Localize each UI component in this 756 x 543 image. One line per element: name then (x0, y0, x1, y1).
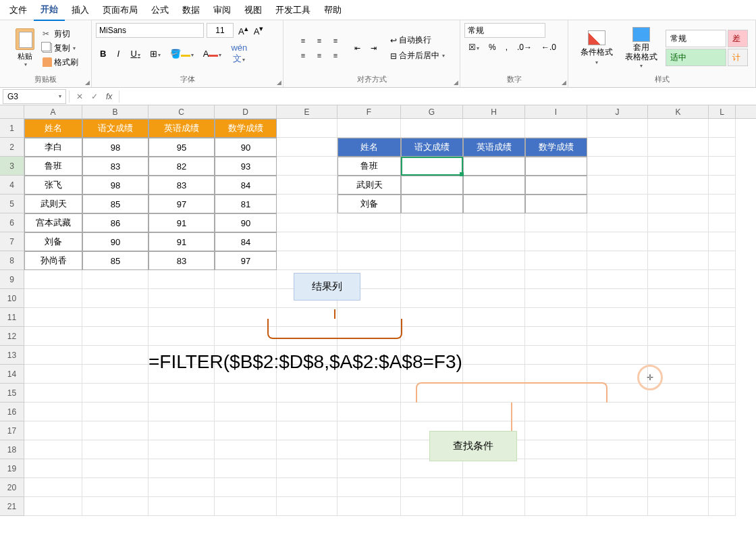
cell-L14[interactable] (709, 365, 736, 384)
cell-L7[interactable] (709, 232, 736, 251)
cell-B7[interactable]: 90 (82, 232, 148, 251)
cell-C21[interactable] (148, 497, 215, 516)
decrease-decimal-button[interactable]: ←.0 (537, 41, 560, 54)
cell-A14[interactable] (24, 365, 82, 384)
cell-F21[interactable] (338, 497, 401, 516)
cell-A19[interactable] (24, 459, 82, 478)
cell-F19[interactable] (338, 459, 401, 478)
cell-J7[interactable] (587, 232, 648, 251)
cell-K9[interactable] (648, 270, 709, 289)
phonetic-button[interactable]: wén文▾ (227, 41, 251, 67)
align-middle-button[interactable]: ≡ (312, 34, 327, 47)
cell-K19[interactable] (648, 459, 709, 478)
confirm-formula-button[interactable]: ✓ (88, 90, 101, 103)
cell-J16[interactable] (587, 403, 648, 421)
cell-D5[interactable]: 81 (215, 195, 277, 213)
cell-C16[interactable] (148, 403, 215, 421)
cell-H12[interactable] (463, 327, 525, 346)
cell-E6[interactable] (277, 213, 338, 232)
cell-A10[interactable] (24, 289, 82, 308)
cell-L12[interactable] (709, 327, 736, 346)
cell-B16[interactable] (82, 403, 148, 421)
col-header-E[interactable]: E (277, 105, 338, 118)
cell-C6[interactable]: 91 (148, 213, 215, 232)
cell-B18[interactable] (82, 440, 148, 459)
cell-A2[interactable]: 李白 (24, 138, 82, 157)
menu-data[interactable]: 数据 (176, 0, 207, 20)
col-header-H[interactable]: H (463, 105, 525, 118)
col-header-B[interactable]: B (82, 105, 148, 118)
cell-A6[interactable]: 宫本武藏 (24, 213, 82, 232)
cell-L9[interactable] (709, 270, 736, 289)
cell-L13[interactable] (709, 346, 736, 365)
cell-J13[interactable] (587, 346, 648, 365)
menu-page-layout[interactable]: 页面布局 (96, 0, 144, 20)
cell-J6[interactable] (587, 213, 648, 232)
cell-F4[interactable]: 武则天 (338, 176, 401, 195)
border-button[interactable]: ⊞▾ (146, 47, 165, 61)
cell-E21[interactable] (277, 497, 338, 516)
cell-B19[interactable] (82, 459, 148, 478)
cell-I6[interactable] (525, 213, 587, 232)
cell-H13[interactable] (463, 346, 525, 365)
increase-indent-button[interactable]: ⇥ (366, 41, 381, 55)
cell-G19[interactable] (401, 459, 463, 478)
spreadsheet-grid[interactable]: ABCDEFGHIJKL 123456789101112131415161718… (0, 105, 756, 543)
cell-L8[interactable] (709, 251, 736, 270)
cell-J12[interactable] (587, 327, 648, 346)
cell-K10[interactable] (648, 289, 709, 308)
cell-D4[interactable]: 84 (215, 176, 277, 195)
cell-K13[interactable] (648, 346, 709, 365)
col-header-L[interactable]: L (709, 105, 736, 118)
cell-style-normal[interactable]: 常规 (666, 30, 726, 47)
cell-H3[interactable] (463, 157, 525, 176)
row-header-15[interactable]: 15 (0, 384, 24, 403)
cell-J8[interactable] (587, 251, 648, 270)
cell-A9[interactable] (24, 270, 82, 289)
cell-H14[interactable] (463, 365, 525, 384)
row-header-3[interactable]: 3 (0, 157, 24, 176)
cell-C11[interactable] (148, 308, 215, 327)
cell-H10[interactable] (463, 289, 525, 308)
cell-L21[interactable] (709, 497, 736, 516)
cell-H4[interactable] (463, 176, 525, 195)
cell-A11[interactable] (24, 308, 82, 327)
menu-view[interactable]: 视图 (238, 0, 269, 20)
col-header-G[interactable]: G (401, 105, 463, 118)
percent-button[interactable]: % (485, 41, 500, 54)
menu-review[interactable]: 审阅 (207, 0, 238, 20)
cell-J3[interactable] (587, 157, 648, 176)
cell-I21[interactable] (525, 497, 587, 516)
cell-D17[interactable] (215, 421, 277, 440)
cell-F1[interactable] (338, 119, 401, 138)
cell-G9[interactable] (401, 270, 463, 289)
cell-L4[interactable] (709, 176, 736, 195)
cell-F16[interactable] (338, 403, 401, 421)
cell-style-bad[interactable]: 差 (728, 30, 748, 47)
cell-J9[interactable] (587, 270, 648, 289)
cell-G5[interactable] (401, 195, 463, 213)
cell-I14[interactable] (525, 365, 587, 384)
row-header-4[interactable]: 4 (0, 176, 24, 195)
row-header-5[interactable]: 5 (0, 195, 24, 213)
cell-L15[interactable] (709, 384, 736, 403)
cell-F15[interactable] (338, 384, 401, 403)
cell-K1[interactable] (648, 119, 709, 138)
cell-I18[interactable] (525, 440, 587, 459)
align-left-button[interactable]: ≡ (296, 49, 310, 62)
menu-file[interactable]: 文件 (3, 0, 34, 20)
cell-style-calc[interactable]: 计 (728, 49, 748, 66)
cell-L19[interactable] (709, 459, 736, 478)
cell-I2[interactable]: 数学成绩 (525, 138, 587, 157)
cell-E5[interactable] (277, 195, 338, 213)
row-header-13[interactable]: 13 (0, 346, 24, 365)
cell-A7[interactable]: 刘备 (24, 232, 82, 251)
cell-K18[interactable] (648, 440, 709, 459)
increase-font-button[interactable]: A▴ (236, 23, 250, 38)
cell-L18[interactable] (709, 440, 736, 459)
cell-H5[interactable] (463, 195, 525, 213)
cell-D10[interactable] (215, 289, 277, 308)
cell-I8[interactable] (525, 251, 587, 270)
cell-A16[interactable] (24, 403, 82, 421)
cell-G3[interactable] (401, 157, 463, 176)
